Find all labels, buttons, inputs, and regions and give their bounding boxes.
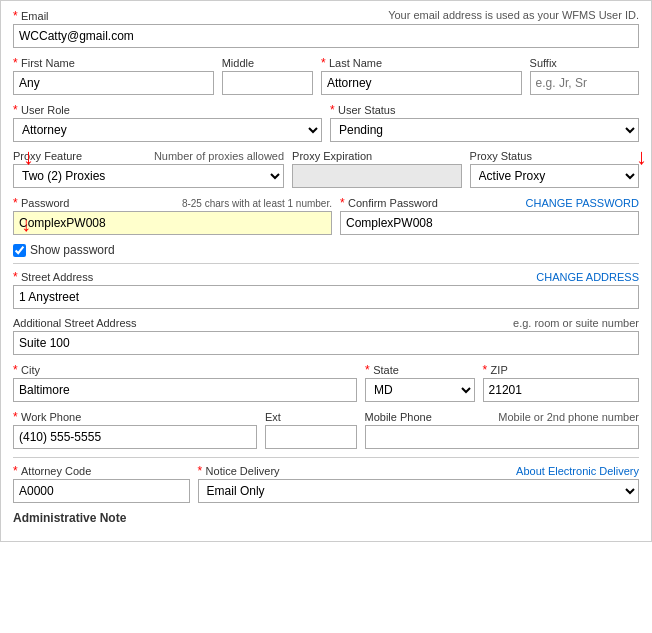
mobile-phone-input[interactable] [365,425,640,449]
proxy-expiration-label: Proxy Expiration [292,150,461,162]
lastname-input[interactable] [321,71,522,95]
password-row: * Password 8-25 chars with at least 1 nu… [13,196,639,235]
street-address-input[interactable] [13,285,639,309]
proxy-expiration-input[interactable] [292,164,461,188]
password-arrow: ↓ [21,213,31,236]
role-status-row: * User Role Attorney Admin Claimant Empl… [13,103,639,142]
notice-delivery-select[interactable]: Email Only Mail Only Both [198,479,639,503]
password-label: Password [21,197,69,209]
email-label: Email [21,10,49,22]
suffix-input[interactable] [530,71,639,95]
additional-address-input[interactable] [13,331,639,355]
userrole-label: User Role [21,104,70,116]
email-group: * Email Your email address is used as yo… [13,9,639,48]
city-input[interactable] [13,378,357,402]
userstatus-label: User Status [338,104,395,116]
city-state-zip-row: * City * State MD VA DC PA * ZIP [13,363,639,402]
proxy-feature-select[interactable]: Two (2) Proxies One (1) Proxy None [13,164,284,188]
attorney-code-label: Attorney Code [21,465,91,477]
proxy-status-label: Proxy Status [470,150,639,162]
userrole-select[interactable]: Attorney Admin Claimant Employer [13,118,322,142]
password-input[interactable] [13,211,332,235]
proxy-row: Proxy Feature Number of proxies allowed … [13,150,639,188]
attorney-code-input[interactable] [13,479,190,503]
additional-address-hint: e.g. room or suite number [513,317,639,329]
password-hint: 8-25 chars with at least 1 number. [182,198,332,209]
proxy-allowed-label: Number of proxies allowed [154,150,284,162]
ext-label: Ext [265,411,357,423]
userrole-arrow: ↓ [23,146,34,168]
name-row: * First Name Middle * Last Name Suffix [13,56,639,95]
about-electronic-delivery-link[interactable]: About Electronic Delivery [516,465,639,477]
show-password-checkbox[interactable] [13,244,26,257]
notice-delivery-label: Notice Delivery [206,465,280,477]
additional-address-group: Additional Street Address e.g. room or s… [13,317,639,355]
admin-note-label: Administrative Note [13,511,126,525]
middle-input[interactable] [222,71,313,95]
email-input[interactable] [13,24,639,48]
confirm-password-label: Confirm Password [348,197,438,209]
street-address-group: * Street Address CHANGE ADDRESS [13,270,639,309]
admin-note-group: Administrative Note [13,511,639,525]
work-phone-label: Work Phone [21,411,81,423]
firstname-input[interactable] [13,71,214,95]
work-phone-input[interactable] [13,425,257,449]
change-password-link[interactable]: CHANGE PASSWORD [526,197,639,209]
ext-input[interactable] [265,425,357,449]
change-address-link[interactable]: CHANGE ADDRESS [536,271,639,283]
middle-label: Middle [222,57,313,69]
proxy-status-select[interactable]: Active Proxy Inactive Proxy [470,164,639,188]
userstatus-select[interactable]: Pending Active Inactive [330,118,639,142]
zip-label: ZIP [491,364,508,376]
attorney-notice-row: * Attorney Code * Notice Delivery About … [13,464,639,503]
email-hint: Your email address is used as your WFMS … [388,9,639,21]
form-container: * Email Your email address is used as yo… [0,0,652,542]
divider-1 [13,263,639,264]
additional-address-label: Additional Street Address [13,317,137,329]
suffix-label: Suffix [530,57,639,69]
divider-2 [13,457,639,458]
userstatus-arrow: ↓ [636,146,647,168]
lastname-label: Last Name [329,57,382,69]
show-password-row: Show password [13,243,639,257]
state-select[interactable]: MD VA DC PA [365,378,474,402]
street-address-label: Street Address [21,271,93,283]
mobile-phone-hint: Mobile or 2nd phone number [498,411,639,423]
phone-row: * Work Phone Ext Mobile Phone Mobile or … [13,410,639,449]
confirm-password-input[interactable] [340,211,639,235]
firstname-label: First Name [21,57,75,69]
zip-input[interactable] [483,378,639,402]
mobile-phone-label: Mobile Phone [365,411,432,423]
city-label: City [21,364,40,376]
show-password-label: Show password [30,243,115,257]
state-label: State [373,364,399,376]
